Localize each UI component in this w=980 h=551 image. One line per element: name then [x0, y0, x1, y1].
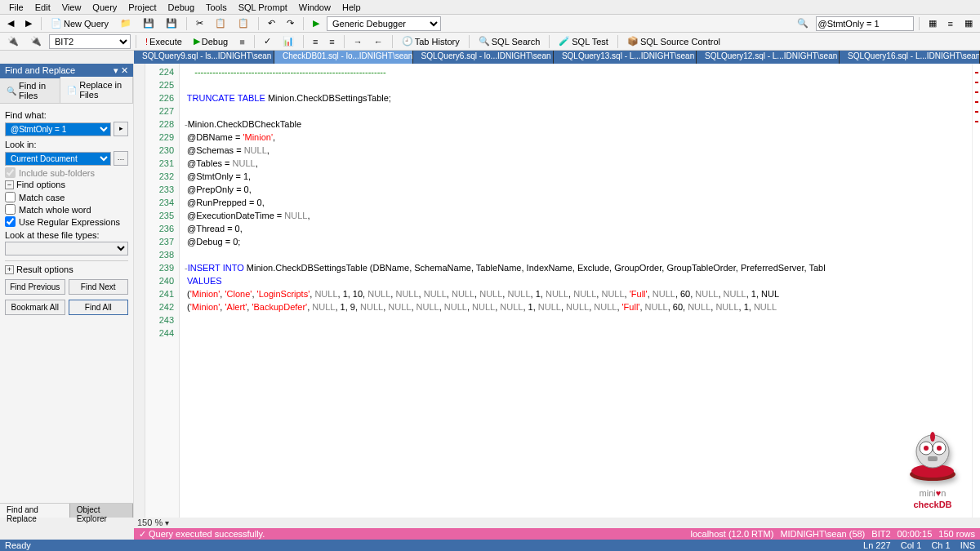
- match-case-check[interactable]: [5, 192, 16, 202]
- status-user: MIDNIGHT\sean (58): [780, 529, 865, 539]
- menu-sqlprompt[interactable]: SQL Prompt: [233, 2, 293, 13]
- zoom-indicator[interactable]: 150 % ▾: [134, 518, 980, 528]
- menu-project[interactable]: Project: [122, 2, 162, 13]
- find-options-header[interactable]: −Find options: [5, 180, 128, 189]
- menu-tools[interactable]: Tools: [200, 2, 233, 13]
- tool-btn-1[interactable]: ▦: [924, 16, 941, 30]
- tab-history-button[interactable]: 🕘 Tab History: [398, 34, 464, 48]
- tab-sqlquery12[interactable]: SQLQuery12.sql - L...IDNIGHT\sean (78))*: [697, 51, 840, 64]
- code-area[interactable]: ----------------------------------------…: [180, 64, 972, 518]
- stop-button[interactable]: ■: [235, 35, 249, 48]
- search-icon: [7, 86, 16, 96]
- minimap-strip: [972, 64, 980, 518]
- sql-source-button[interactable]: 📦 SQL Source Control: [623, 34, 724, 48]
- use-regex-check[interactable]: [5, 216, 16, 227]
- menu-window[interactable]: Window: [293, 2, 336, 13]
- menu-bar: File Edit View Query Project Debug Tools…: [0, 0, 980, 15]
- debugger-select[interactable]: Generic Debugger: [327, 16, 441, 31]
- find-all-button[interactable]: Find All: [69, 300, 129, 315]
- history-icon: 🕘: [402, 36, 413, 47]
- tab-sqlquery13[interactable]: SQLQuery13.sql - L...IDNIGHT\sean (78))*: [554, 51, 697, 64]
- uncomment-button[interactable]: ≡: [325, 35, 338, 48]
- saveall-button[interactable]: 💾: [162, 16, 181, 30]
- look-in-label: Look in:: [5, 140, 128, 149]
- query-status-msg: Query executed successfully.: [149, 529, 265, 539]
- status-ch: Ch 1: [931, 540, 950, 550]
- file-types-label: Look at these file types:: [5, 230, 128, 240]
- tab-find-replace[interactable]: Find and Replace: [0, 504, 70, 518]
- status-ready: Ready: [5, 540, 31, 550]
- outline-gutter: [134, 64, 145, 518]
- sql-test-button[interactable]: 🧪 SQL Test: [555, 34, 612, 48]
- find-previous-button[interactable]: Find Previous: [5, 279, 65, 295]
- panel-header: Find and Replace ▾ ✕: [0, 64, 133, 77]
- execute-button[interactable]: ! Execute: [141, 35, 186, 48]
- tab-object-explorer[interactable]: Object Explorer: [70, 504, 133, 518]
- tab-find-in-files[interactable]: Find in Files: [0, 77, 60, 103]
- paste-button[interactable]: 📋: [234, 16, 253, 30]
- tab-sqlquery6[interactable]: SQLQuery6.sql - lo...IDNIGHT\sean (54))*: [413, 51, 554, 64]
- save-button[interactable]: 💾: [139, 16, 158, 30]
- bookmark-all-button[interactable]: Bookmark All: [5, 300, 65, 315]
- sql-search-button[interactable]: 🔍 SQL Search: [474, 34, 545, 48]
- panel-controls: ▾ ✕: [114, 65, 128, 76]
- tab-checkdb01[interactable]: CheckDB01.sql - lo...IDNIGHT\sean (58)): [274, 51, 413, 64]
- find-what-input[interactable]: @StmtOnly = 1: [5, 122, 111, 136]
- status-time: 00:00:15: [898, 529, 933, 539]
- parse-button[interactable]: ✓: [260, 34, 275, 48]
- find-what-label: Find what:: [5, 110, 128, 120]
- look-in-select[interactable]: Current Document: [5, 152, 111, 166]
- connect-button[interactable]: 🔌: [3, 34, 23, 48]
- new-query-button[interactable]: 📄New Query: [47, 16, 113, 31]
- find-next-button[interactable]: Find Next: [69, 279, 129, 295]
- tab-sqlquery16[interactable]: SQLQuery16.sql - L...IDNIGHT\sean (64)): [840, 51, 980, 64]
- status-line: Ln 227: [863, 540, 891, 550]
- status-col: Col 1: [901, 540, 922, 550]
- find-builder-button[interactable]: ▸: [114, 122, 128, 136]
- cut-button[interactable]: ✂: [192, 16, 207, 30]
- line-number-gutter: 2242252262272282292302312322332342352362…: [145, 64, 180, 518]
- copy-button[interactable]: 📋: [211, 16, 230, 30]
- status-ins: INS: [960, 540, 975, 550]
- include-subfolders-check: [5, 167, 16, 178]
- find-mode-tabs: Find in Files Replace in Files: [0, 77, 133, 104]
- document-tabs: SQLQuery9.sql - ls...IDNIGHT\sean (63))*…: [134, 51, 980, 64]
- tab-sqlquery9[interactable]: SQLQuery9.sql - ls...IDNIGHT\sean (63))*: [134, 51, 274, 64]
- menu-query[interactable]: Query: [87, 2, 122, 13]
- menu-debug[interactable]: Debug: [163, 2, 200, 13]
- database-select[interactable]: BIT2: [49, 34, 131, 49]
- result-options-header[interactable]: +Result options: [5, 264, 128, 274]
- tool-btn-3[interactable]: ▦: [960, 16, 977, 30]
- side-bottom-tabs: Find and Replace Object Explorer: [0, 503, 133, 518]
- query-status-bar: ✓ Query executed successfully. localhost…: [134, 528, 980, 540]
- menu-help[interactable]: Help: [336, 2, 367, 13]
- status-db: BIT2: [871, 529, 890, 539]
- find-icon[interactable]: 🔍: [793, 16, 813, 30]
- comment-button[interactable]: ≡: [309, 35, 322, 48]
- redo-button[interactable]: ↷: [283, 16, 298, 30]
- menu-view[interactable]: View: [56, 2, 87, 13]
- menu-edit[interactable]: Edit: [29, 2, 56, 13]
- tab-replace-in-files[interactable]: Replace in Files: [60, 77, 133, 103]
- page-icon: 📄: [51, 18, 62, 29]
- find-input[interactable]: [816, 16, 914, 31]
- success-icon: ✓: [139, 529, 146, 539]
- undo-button[interactable]: ↶: [264, 16, 279, 30]
- menu-file[interactable]: File: [3, 2, 29, 13]
- nav-back-button[interactable]: ◀: [3, 16, 18, 30]
- toolbar-sql: 🔌 🔌 BIT2 ! Execute ▶ Debug ■ ✓ 📊 ≡ ≡ → ←…: [0, 33, 980, 51]
- nav-fwd-button[interactable]: ▶: [21, 16, 36, 30]
- code-editor[interactable]: 2242252262272282292302312322332342352362…: [134, 64, 980, 518]
- file-types-select[interactable]: [5, 242, 128, 256]
- indent-button[interactable]: →: [350, 35, 367, 48]
- disconnect-button[interactable]: 🔌: [26, 34, 46, 48]
- match-whole-word-check[interactable]: [5, 204, 16, 215]
- plan-button[interactable]: 📊: [278, 34, 298, 48]
- look-in-browse[interactable]: …: [114, 151, 128, 166]
- debug-button[interactable]: ▶ Debug: [189, 34, 232, 48]
- open-button[interactable]: 📁: [116, 16, 136, 30]
- outdent-button[interactable]: ←: [370, 35, 387, 48]
- tool-btn-2[interactable]: ≡: [944, 17, 957, 30]
- toolbar-main: ◀ ▶ 📄New Query 📁 💾 💾 ✂ 📋 📋 ↶ ↷ ▶ Generic…: [0, 15, 980, 33]
- play-icon[interactable]: ▶: [309, 16, 323, 30]
